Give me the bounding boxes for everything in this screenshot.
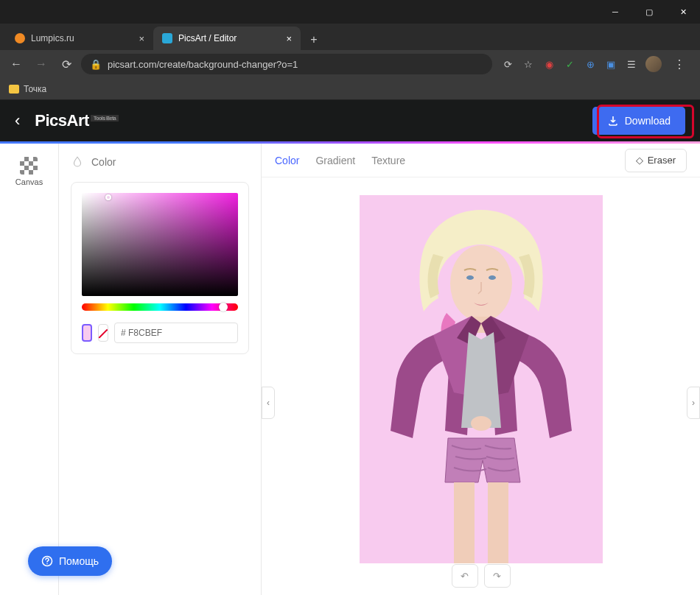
eraser-button[interactable]: ◇ Eraser bbox=[625, 149, 687, 172]
sv-cursor[interactable] bbox=[105, 194, 111, 200]
svg-point-1 bbox=[466, 275, 474, 280]
hue-cursor[interactable] bbox=[219, 303, 228, 311]
no-color-swatch[interactable] bbox=[98, 324, 108, 342]
window-titlebar: ─ ▢ ✕ bbox=[0, 0, 700, 24]
tab-title: PicsArt / Editor bbox=[178, 33, 237, 43]
profile-avatar[interactable] bbox=[645, 56, 662, 72]
help-icon bbox=[41, 555, 53, 567]
current-color-swatch[interactable] bbox=[82, 324, 92, 342]
help-label: Помощь bbox=[59, 555, 99, 567]
panel-collapse-left[interactable]: ‹ bbox=[262, 387, 275, 419]
download-label: Download bbox=[625, 115, 671, 127]
hex-input[interactable] bbox=[114, 323, 238, 343]
redo-button[interactable]: ↷ bbox=[484, 564, 511, 588]
hue-slider[interactable] bbox=[82, 303, 238, 311]
extension-icons: ⟳ ☆ ◉ ✓ ⊕ ▣ ☰ ⋮ bbox=[497, 56, 694, 72]
eraser-label: Eraser bbox=[648, 155, 676, 166]
browser-tab[interactable]: Lumpics.ru × bbox=[6, 27, 153, 50]
window-minimize-button[interactable]: ─ bbox=[598, 0, 632, 24]
color-panel: Color bbox=[59, 144, 262, 595]
undo-button[interactable]: ↶ bbox=[452, 564, 478, 588]
reading-list-icon[interactable]: ☰ bbox=[625, 57, 638, 71]
bookmarks-bar: Точка bbox=[0, 78, 700, 100]
editor-toolbar: Color Gradient Texture ◇ Eraser bbox=[262, 144, 700, 177]
app-logo: PicsArtTools Beta bbox=[35, 111, 119, 130]
editor-area: Color Gradient Texture ◇ Eraser bbox=[262, 144, 700, 595]
bookmark-item[interactable]: Точка bbox=[24, 84, 46, 94]
left-sidebar: Canvas bbox=[0, 144, 59, 595]
svg-point-2 bbox=[489, 275, 496, 280]
eraser-icon: ◇ bbox=[636, 155, 643, 166]
lock-icon: 🔒 bbox=[90, 59, 102, 70]
canvas-viewport[interactable]: ‹ › ↶ ↷ bbox=[262, 177, 700, 595]
extension-icon[interactable]: ⊕ bbox=[584, 57, 597, 71]
logo-badge: Tools Beta bbox=[91, 115, 119, 122]
download-icon bbox=[607, 115, 619, 127]
drop-icon bbox=[71, 155, 84, 169]
svg-point-4 bbox=[471, 416, 491, 431]
url-text: picsart.com/create/background-changer?o=… bbox=[108, 59, 298, 70]
panel-title: Color bbox=[91, 156, 116, 168]
download-button[interactable]: Download bbox=[592, 107, 685, 135]
help-button[interactable]: Помощь bbox=[28, 546, 112, 576]
undo-redo-group: ↶ ↷ bbox=[452, 564, 511, 588]
color-picker-card bbox=[71, 182, 249, 354]
mode-tabs: Color Gradient Texture bbox=[275, 155, 405, 166]
browser-menu-button[interactable]: ⋮ bbox=[669, 57, 690, 71]
extension-icon[interactable]: ▣ bbox=[604, 57, 617, 71]
nav-reload-button[interactable]: ⟳ bbox=[56, 54, 77, 74]
tab-close-button[interactable]: × bbox=[286, 33, 292, 44]
translate-icon[interactable]: ⟳ bbox=[501, 57, 514, 71]
nav-back-button[interactable]: ← bbox=[6, 54, 27, 74]
favicon-icon bbox=[15, 33, 25, 43]
artwork-canvas[interactable] bbox=[360, 195, 603, 563]
browser-tab[interactable]: PicsArt / Editor × bbox=[153, 27, 301, 50]
app-header: ‹ PicsArtTools Beta Download bbox=[0, 100, 700, 141]
sidebar-item-label: Canvas bbox=[15, 177, 43, 186]
panel-collapse-right[interactable]: › bbox=[687, 387, 700, 419]
app-content: Canvas Color bbox=[0, 144, 700, 595]
extension-icon[interactable]: ◉ bbox=[542, 57, 556, 71]
favicon-icon bbox=[162, 33, 172, 43]
window-close-button[interactable]: ✕ bbox=[666, 0, 700, 24]
window-maximize-button[interactable]: ▢ bbox=[632, 0, 666, 24]
nav-forward-button[interactable]: → bbox=[31, 54, 52, 74]
address-input[interactable]: 🔒 picsart.com/create/background-changer?… bbox=[81, 54, 492, 74]
tab-close-button[interactable]: × bbox=[139, 33, 144, 44]
swatch-row bbox=[82, 323, 238, 343]
svg-rect-5 bbox=[454, 482, 475, 563]
tab-title: Lumpics.ru bbox=[31, 33, 74, 43]
star-icon[interactable]: ☆ bbox=[522, 57, 535, 71]
artwork-figure bbox=[360, 195, 603, 563]
folder-icon bbox=[9, 85, 19, 94]
address-bar-row: ← → ⟳ 🔒 picsart.com/create/background-ch… bbox=[0, 50, 700, 78]
tab-gradient[interactable]: Gradient bbox=[315, 155, 355, 166]
panel-title-row: Color bbox=[71, 155, 249, 169]
sidebar-item-canvas[interactable]: Canvas bbox=[11, 152, 47, 191]
saturation-value-area[interactable] bbox=[82, 193, 238, 296]
new-tab-button[interactable]: + bbox=[304, 29, 324, 50]
svg-rect-6 bbox=[488, 482, 508, 563]
browser-tabstrip: Lumpics.ru × PicsArt / Editor × + bbox=[0, 24, 700, 50]
tab-texture[interactable]: Texture bbox=[371, 155, 405, 166]
back-chevron-icon[interactable]: ‹ bbox=[15, 111, 20, 130]
canvas-icon bbox=[20, 157, 38, 175]
tab-color[interactable]: Color bbox=[275, 155, 299, 166]
extension-icon[interactable]: ✓ bbox=[563, 57, 576, 71]
